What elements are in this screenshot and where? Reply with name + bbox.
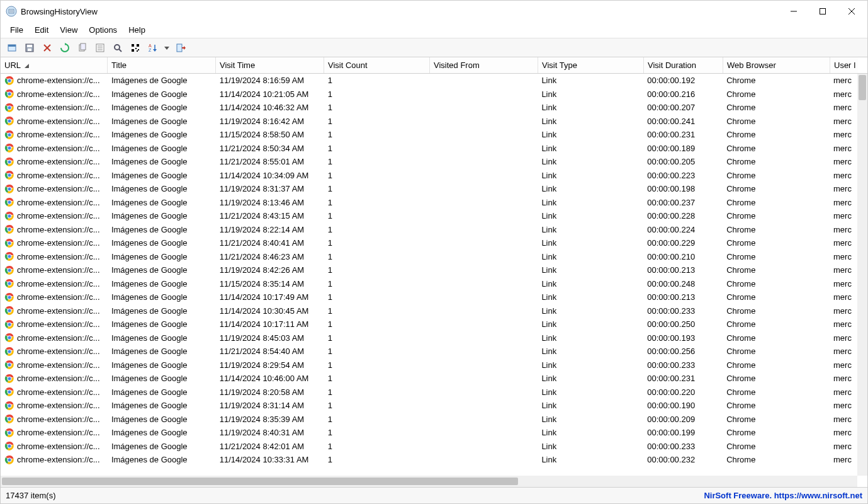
cell-url-text: chrome-extension://c... (17, 144, 100, 153)
cell-visit-time: 11/19/2024 8:42:26 AM (216, 264, 324, 276)
cell-visited-from (430, 174, 538, 176)
table-row[interactable]: chrome-extension://c...Imágenes de Googl… (1, 331, 857, 345)
table-row[interactable]: chrome-extension://c...Imágenes de Googl… (1, 358, 857, 372)
cell-visit-type: Link (538, 359, 643, 371)
chrome-icon (4, 130, 14, 140)
cell-visited-from (430, 269, 538, 272)
save-icon[interactable] (22, 40, 37, 55)
table-row[interactable]: chrome-extension://c...Imágenes de Googl… (1, 236, 857, 250)
table-row[interactable]: chrome-extension://c...Imágenes de Googl… (1, 304, 857, 318)
svg-rect-25 (137, 44, 139, 47)
col-visit-time[interactable]: Visit Time (216, 57, 324, 73)
minimize-button[interactable] (779, 1, 808, 21)
table-row[interactable]: chrome-extension://c...Imágenes de Googl… (1, 345, 857, 358)
table-row[interactable]: chrome-extension://c...Imágenes de Googl… (1, 223, 857, 237)
cell-web-browser: Chrome (723, 413, 830, 425)
cell-visited-from (430, 106, 538, 109)
sort-dropdown-icon[interactable] (163, 40, 171, 55)
table-row[interactable]: chrome-extension://c...Imágenes de Googl… (1, 399, 857, 413)
cell-visit-type: Link (538, 278, 643, 290)
table-row[interactable]: chrome-extension://c...Imágenes de Googl… (1, 263, 857, 277)
table-row[interactable]: chrome-extension://c...Imágenes de Googl… (1, 74, 857, 88)
cell-visit-duration: 00:00:00.192 (643, 74, 723, 86)
table-row[interactable]: chrome-extension://c...Imágenes de Googl… (1, 372, 857, 386)
svg-point-103 (8, 364, 11, 367)
horizontal-scrollbar[interactable] (1, 476, 857, 487)
col-title[interactable]: Title (108, 57, 216, 73)
table-row[interactable]: chrome-extension://c...Imágenes de Googl… (1, 155, 857, 169)
table-row[interactable]: chrome-extension://c...Imágenes de Googl… (1, 290, 857, 304)
cell-url: chrome-extension://c... (1, 304, 108, 317)
cell-title: Imágenes de Google (108, 237, 216, 249)
svg-point-121 (8, 445, 11, 448)
table-row[interactable]: chrome-extension://c...Imágenes de Googl… (1, 413, 857, 427)
table-row[interactable]: chrome-extension://c...Imágenes de Googl… (1, 128, 857, 142)
delete-icon[interactable] (40, 40, 55, 55)
copy-icon[interactable] (75, 40, 90, 55)
col-visited-from[interactable]: Visited From (430, 57, 538, 73)
chrome-icon (4, 401, 14, 411)
status-item-count: 17437 item(s) (6, 491, 704, 500)
cell-title: Imágenes de Google (108, 88, 216, 100)
cell-visit-duration: 00:00:00.233 (643, 359, 723, 371)
table-row[interactable]: chrome-extension://c...Imágenes de Googl… (1, 250, 857, 264)
chrome-icon (4, 238, 14, 248)
table-row[interactable]: chrome-extension://c...Imágenes de Googl… (1, 115, 857, 129)
col-user[interactable]: User I (830, 57, 858, 73)
qr-icon[interactable] (128, 40, 143, 55)
vertical-scroll-thumb[interactable] (859, 75, 866, 100)
table-row[interactable]: chrome-extension://c...Imágenes de Googl… (1, 142, 857, 156)
cell-visit-count: 1 (324, 454, 430, 466)
table-row[interactable]: chrome-extension://c...Imágenes de Googl… (1, 182, 857, 196)
cell-visit-type: Link (538, 129, 643, 140)
svg-point-94 (8, 323, 11, 326)
sort-icon[interactable]: AZ (145, 40, 161, 55)
cell-url-text: chrome-extension://c... (17, 238, 100, 248)
refresh-icon[interactable] (57, 40, 72, 55)
menu-file[interactable]: File (4, 23, 29, 37)
cell-visit-count: 1 (324, 345, 430, 357)
table-row[interactable]: chrome-extension://c...Imágenes de Googl… (1, 88, 857, 101)
grid-body[interactable]: chrome-extension://c...Imágenes de Googl… (1, 74, 857, 476)
table-row[interactable]: chrome-extension://c...Imágenes de Googl… (1, 440, 857, 454)
close-button[interactable] (837, 1, 866, 21)
chrome-icon (4, 157, 14, 167)
menu-edit[interactable]: Edit (29, 23, 54, 37)
cell-visited-from (430, 255, 538, 258)
menu-help[interactable]: Help (123, 23, 151, 37)
table-row[interactable]: chrome-extension://c...Imágenes de Googl… (1, 196, 857, 210)
col-web-browser[interactable]: Web Browser (723, 57, 830, 73)
cell-visit-duration: 00:00:00.207 (643, 101, 723, 113)
col-visit-type[interactable]: Visit Type (538, 57, 644, 73)
table-row[interactable]: chrome-extension://c...Imágenes de Googl… (1, 277, 857, 291)
table-row[interactable]: chrome-extension://c...Imágenes de Googl… (1, 426, 857, 440)
cell-visit-count: 1 (324, 305, 430, 317)
horizontal-scroll-thumb[interactable] (2, 478, 518, 485)
vertical-scrollbar[interactable] (857, 74, 867, 476)
exit-icon[interactable] (173, 40, 188, 55)
table-row[interactable]: chrome-extension://c...Imágenes de Googl… (1, 318, 857, 331)
cell-web-browser: Chrome (723, 88, 830, 100)
cell-title: Imágenes de Google (108, 278, 216, 290)
table-row[interactable]: chrome-extension://c...Imágenes de Googl… (1, 169, 857, 183)
col-url[interactable]: URL◢ (1, 57, 108, 73)
properties-icon[interactable] (93, 40, 108, 55)
open-icon[interactable] (4, 40, 20, 55)
cell-visit-time: 11/19/2024 8:31:37 AM (216, 183, 324, 195)
menu-view[interactable]: View (54, 23, 83, 37)
maximize-button[interactable] (808, 1, 837, 21)
menu-options[interactable]: Options (83, 23, 123, 37)
col-visit-count[interactable]: Visit Count (324, 57, 430, 73)
table-row[interactable]: chrome-extension://c...Imágenes de Googl… (1, 386, 857, 399)
table-row[interactable]: chrome-extension://c...Imágenes de Googl… (1, 453, 857, 467)
cell-visit-time: 11/14/2024 10:21:05 AM (216, 88, 324, 100)
table-row[interactable]: chrome-extension://c...Imágenes de Googl… (1, 209, 857, 223)
find-icon[interactable] (110, 40, 125, 55)
cell-url-text: chrome-extension://c... (17, 157, 100, 166)
grid-header: URL◢ Title Visit Time Visit Count Visite… (1, 57, 867, 74)
cell-web-browser: Chrome (723, 332, 830, 344)
cell-visit-count: 1 (324, 183, 430, 195)
col-visit-duration[interactable]: Visit Duration (644, 57, 723, 73)
svg-point-79 (8, 255, 11, 258)
table-row[interactable]: chrome-extension://c...Imágenes de Googl… (1, 101, 857, 115)
